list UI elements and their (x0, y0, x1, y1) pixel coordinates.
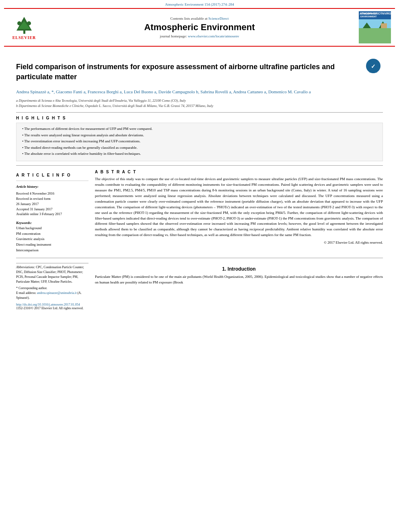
article-info-content: Article history: Received 4 November 201… (16, 184, 88, 217)
highlight-3: The overestimation error increased with … (22, 139, 377, 144)
article-info-header: A R T I C L E I N F O (16, 173, 88, 177)
elsevier-text: ELSEVIER (12, 35, 36, 40)
abbreviations: Abbreviations: CPC, Condensation Particl… (16, 265, 88, 284)
divider-after-highlights (16, 165, 383, 166)
highlight-1: The performances of different devices fo… (22, 126, 377, 132)
svg-point-3 (17, 21, 21, 25)
introduction-content: 1. Introduction Particulate Matter (PM) … (95, 263, 383, 310)
top-journal-ref: Atmospheric Environment 154 (2017) 274–2… (0, 0, 399, 8)
sciencedirect-link[interactable]: ScienceDirect (208, 16, 228, 21)
svg-text:ENVIRONMENT: ENVIRONMENT (360, 15, 377, 18)
journal-header: ELSEVIER Contents lists available at Sci… (4, 8, 395, 47)
divider-article-info (16, 181, 88, 181)
divider-after-affiliations (16, 112, 383, 113)
accepted-label: Accepted 31 January 2017 (16, 207, 88, 212)
crossmark-icon: ✓ CrossMark (365, 58, 381, 74)
abstract-text: The objective of this study was to compa… (95, 177, 383, 238)
email-line: E-mail address: andrea.spinazze@uninsubr… (16, 291, 88, 300)
keyword-2: PM concentration (16, 231, 88, 237)
homepage-label: journal homepage: (160, 34, 187, 38)
keywords-content: Urban background PM concentration Gravim… (16, 226, 88, 253)
revised-date: 26 January 2017 (16, 201, 88, 207)
section-number: 1. (222, 266, 226, 272)
svg-text:✓: ✓ (371, 63, 376, 70)
page-wrapper: Atmospheric Environment 154 (2017) 274–2… (0, 0, 399, 532)
keyword-3: Gravimetric analysis (16, 236, 88, 242)
sciencedirect-line: Contents lists available at ScienceDirec… (42, 16, 357, 21)
copyright-line: © 2017 Elsevier Ltd. All rights reserved… (95, 240, 383, 244)
received-date: Received 4 November 2016 (16, 191, 88, 196)
left-column: A R T I C L E I N F O Article history: R… (16, 170, 88, 253)
journal-cover-image: ATMOSPHERIC ENVIRONMENT (359, 11, 391, 43)
right-column: A B S T R A C T The objective of this st… (95, 170, 383, 253)
elsevier-tree-icon (13, 15, 35, 35)
corresponding-note: * Corresponding author. (16, 286, 88, 291)
article-title-text: Field comparison of instruments for expo… (16, 62, 362, 82)
highlight-2: The results were analyzed using linear r… (22, 133, 377, 138)
highlights-header: H I G H L I G H T S (16, 116, 383, 120)
intro-text-content: Particulate Matter (PM) is considered to… (95, 275, 383, 284)
author-affiliations: a Dipartimento di Scienza e Alta Tecnolo… (16, 98, 383, 109)
abbrev-label: Abbreviations: (16, 265, 35, 269)
corresponding-label: * Corresponding author. (16, 286, 47, 290)
highlights-box: The performances of different devices fo… (16, 123, 383, 161)
section-title: 1. Introduction (95, 266, 383, 272)
issn-line: 1352-2310/© 2017 Elsevier Ltd. All right… (16, 306, 88, 310)
abstract-header: A B S T R A C T (95, 170, 383, 174)
introduction-area: Abbreviations: CPC, Condensation Particl… (16, 263, 383, 310)
highlight-5: The absolute error is correlated with re… (22, 151, 377, 157)
authors: Andrea Spinazzè a, *, Giacomo Fanti a, F… (16, 88, 383, 96)
keyword-4: Direct reading instrument (16, 242, 88, 248)
footnotes: Abbreviations: CPC, Condensation Particl… (16, 263, 88, 300)
crossmark-badge: ✓ CrossMark (365, 58, 383, 75)
keyword-5: Intercomparison (16, 248, 88, 253)
svg-rect-10 (359, 27, 391, 43)
section-name: Introduction (228, 266, 256, 272)
journal-center: Contents lists available at ScienceDirec… (40, 15, 359, 40)
svg-point-4 (27, 21, 31, 25)
svg-rect-14 (381, 23, 387, 28)
main-content: Field comparison of instruments for expo… (0, 47, 399, 314)
homepage-link[interactable]: www.elsevier.com/locate/atmosenv (188, 34, 239, 38)
revised-label: Received in revised form (16, 196, 88, 201)
footnotes-area: Abbreviations: CPC, Condensation Particl… (16, 263, 88, 310)
highlight-4: The studied direct-reading methods can b… (22, 145, 377, 151)
doi-line[interactable]: http://dx.doi.org/10.1016/j.atmosenv.201… (16, 303, 88, 306)
elsevier-logo: ELSEVIER (8, 15, 40, 40)
introduction-text: Particulate Matter (PM) is considered to… (95, 274, 383, 286)
email-link[interactable]: andrea.spinazze@uninsubria.it (37, 291, 76, 295)
available-label: Available online 3 February 2017 (16, 212, 88, 217)
affiliation-a: a Dipartimento di Scienza e Alta Tecnolo… (16, 98, 383, 103)
cover-image-icon: ATMOSPHERIC ENVIRONMENT (359, 11, 391, 43)
email-label: E-mail address: (16, 291, 36, 295)
keywords-section: Keywords: Urban background PM concentrat… (16, 221, 88, 253)
article-body: A R T I C L E I N F O Article history: R… (16, 170, 383, 253)
article-history-title: Article history: (16, 184, 88, 190)
svg-rect-0 (23, 31, 25, 34)
affiliation-b: b Dipartimento di Scienze Biomediche e C… (16, 103, 383, 109)
section-divider (16, 258, 383, 258)
sciencedirect-label: Contents lists available at (171, 16, 208, 21)
article-title: Field comparison of instruments for expo… (16, 56, 383, 85)
svg-text:CrossMark: CrossMark (369, 71, 377, 73)
svg-text:ATMOSPHERIC: ATMOSPHERIC (360, 12, 376, 15)
journal-ref-text: Atmospheric Environment 154 (2017) 274–2… (165, 2, 234, 6)
keyword-1: Urban background (16, 226, 88, 231)
journal-title-main: Atmospheric Environment (42, 22, 357, 33)
keywords-title: Keywords: (16, 221, 88, 225)
journal-homepage: journal homepage: www.elsevier.com/locat… (42, 34, 357, 38)
